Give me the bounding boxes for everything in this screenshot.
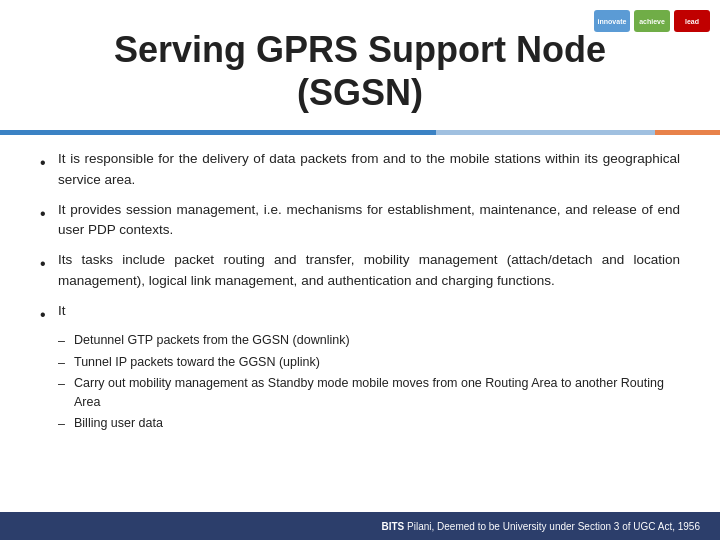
bullet-item-1: • It is responsible for the delivery of … (40, 149, 680, 190)
sub-dash-3: – (58, 375, 74, 394)
bullet-list: • It is responsible for the delivery of … (40, 149, 680, 435)
slide-container: innovate achieve lead Serving GPRS Suppo… (0, 0, 720, 540)
bullet-text-1: It is responsible for the delivery of da… (58, 149, 680, 190)
footer-bits: BITS (382, 521, 405, 532)
title-line2: (SGSN) (297, 72, 423, 113)
header: Serving GPRS Support Node (SGSN) (0, 0, 720, 130)
sub-text-3: Carry out mobility management as Standby… (74, 374, 680, 412)
bullet-text-4: It (58, 301, 66, 321)
sub-item-2: – Tunnel IP packets toward the GGSN (upl… (58, 353, 680, 373)
sub-item-1: – Detunnel GTP packets from the GGSN (do… (58, 331, 680, 351)
bullet-text-3: Its tasks include packet routing and tra… (58, 250, 680, 291)
bullet-text-2: It provides session management, i.e. mec… (58, 200, 680, 241)
sub-dash-1: – (58, 332, 74, 351)
sub-text-4: Billing user data (74, 414, 680, 433)
title-line1: Serving GPRS Support Node (114, 29, 606, 70)
bullet-item-2: • It provides session management, i.e. m… (40, 200, 680, 241)
sub-list: – Detunnel GTP packets from the GGSN (do… (58, 331, 680, 436)
sub-text-2: Tunnel IP packets toward the GGSN (uplin… (74, 353, 680, 372)
underline-light (436, 130, 654, 135)
sub-text-1: Detunnel GTP packets from the GGSN (down… (74, 331, 680, 350)
bullet-dot-1: • (40, 151, 58, 175)
bullet-item-4: • It – Detunnel GTP packets from the GGS… (40, 301, 680, 436)
title-underline (0, 130, 720, 135)
sub-item-3: – Carry out mobility management as Stand… (58, 374, 680, 412)
slide-title: Serving GPRS Support Node (SGSN) (40, 28, 680, 114)
footer: BITS Pilani, Deemed to be University und… (0, 512, 720, 540)
footer-text: BITS Pilani, Deemed to be University und… (382, 521, 701, 532)
content-area: • It is responsible for the delivery of … (0, 149, 720, 435)
footer-rest: Pilani, Deemed to be University under Se… (404, 521, 700, 532)
sub-item-4: – Billing user data (58, 414, 680, 434)
bullet-dot-4: • (40, 303, 58, 327)
sub-dash-4: – (58, 415, 74, 434)
sub-dash-2: – (58, 354, 74, 373)
bullet-dot-3: • (40, 252, 58, 276)
bullet-item-3: • Its tasks include packet routing and t… (40, 250, 680, 291)
underline-blue (0, 130, 436, 135)
bullet-dot-2: • (40, 202, 58, 226)
underline-orange (655, 130, 720, 135)
